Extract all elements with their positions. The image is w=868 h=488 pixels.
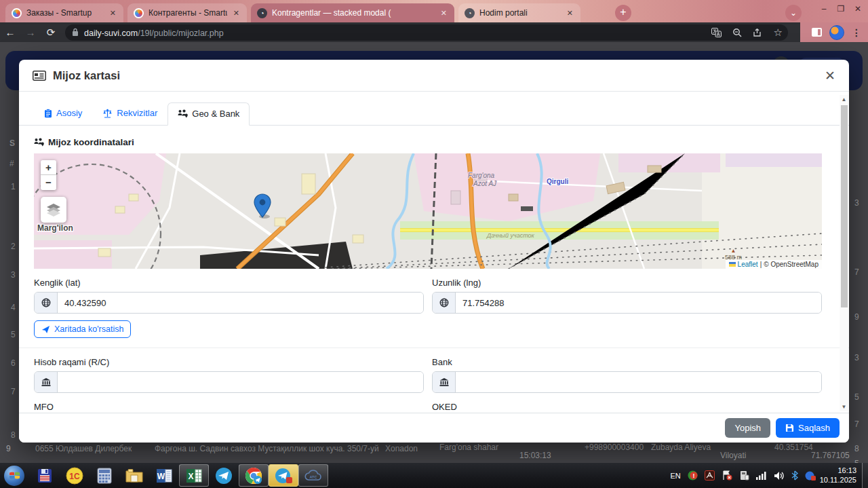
- map-label-station: Qirguli: [547, 178, 568, 185]
- tab-zakazy[interactable]: Заказы - Smartup ✕: [5, 3, 123, 22]
- lat-input[interactable]: [58, 293, 423, 313]
- map-layers-button[interactable]: [41, 197, 66, 223]
- row-number: 3: [11, 270, 16, 280]
- smartup-favicon: [12, 8, 22, 18]
- tab-hodim-portali[interactable]: ◔ Hodim portali ✕: [458, 3, 580, 22]
- taskbar-item-word[interactable]: W: [149, 464, 179, 487]
- url-host: daily-suvi.com: [84, 29, 138, 38]
- tab-close-icon[interactable]: ✕: [108, 9, 117, 18]
- tab-rekvizitlar[interactable]: Rekvizitlar: [92, 102, 167, 125]
- cloud-atc-icon: ATC: [304, 468, 323, 484]
- acrobat-icon[interactable]: [705, 470, 715, 481]
- bookmark-star-icon[interactable]: ☆: [774, 26, 783, 39]
- svg-text:X: X: [188, 472, 193, 481]
- tab-kontragenty[interactable]: Контрагенты - Smartup ✕: [127, 3, 247, 22]
- browser-menu-icon[interactable]: ⋮: [852, 27, 861, 38]
- window-close-button[interactable]: ✕: [849, 4, 867, 14]
- taskbar-item-excel[interactable]: X: [179, 464, 209, 487]
- layers-icon: [46, 203, 61, 217]
- taskbar-item-telegram[interactable]: [209, 464, 239, 487]
- tab-asosiy[interactable]: Asosiy: [34, 102, 92, 125]
- map-marker-people-icon: [34, 138, 44, 147]
- taskbar-item-calculator[interactable]: [90, 464, 119, 487]
- taskbar-item-atc-cloud[interactable]: ATC: [298, 464, 328, 487]
- smartup-favicon: [134, 8, 144, 18]
- tray-app-badge-icon[interactable]: [805, 470, 816, 481]
- screen: Заказы - Smartup ✕ Контрагенты - Smartup…: [0, 0, 868, 488]
- svg-text:1С: 1С: [69, 472, 80, 481]
- scroll-down-icon[interactable]: ▼: [840, 402, 848, 411]
- cell-fragment: 3: [854, 198, 859, 208]
- floppy-app-icon: [37, 468, 53, 484]
- profile-avatar[interactable]: [829, 25, 844, 40]
- language-indicator[interactable]: EN: [670, 472, 680, 480]
- show-desktop-button[interactable]: [862, 463, 868, 488]
- svg-text:ATC: ATC: [310, 475, 317, 479]
- taskbar-clock[interactable]: 16:13 10.11.2025: [820, 466, 856, 485]
- translate-icon[interactable]: [711, 28, 722, 37]
- telegram-icon: [215, 467, 233, 485]
- lng-input-group: [432, 292, 822, 314]
- forward-icon[interactable]: →: [20, 26, 41, 38]
- removable-device-icon[interactable]: [739, 470, 749, 481]
- start-button[interactable]: [4, 466, 24, 486]
- tab-kontragentlar-active[interactable]: ◔ Kontragentlar — stacked modal ( ✕: [251, 3, 454, 22]
- browser-toolbar: ← → ⟳ daily-suvi.com/19l/public/mijozlar…: [0, 22, 868, 42]
- osm-link[interactable]: © OpenStreetMap: [764, 261, 818, 268]
- bluetooth-icon[interactable]: [791, 470, 798, 481]
- lng-input[interactable]: [456, 293, 821, 313]
- action-center-flag-icon[interactable]: [722, 470, 732, 481]
- windows-logo-icon: [9, 470, 20, 481]
- cell-phone: +998900003400: [585, 443, 644, 452]
- close-button[interactable]: Yopish: [725, 418, 770, 438]
- windows-taskbar: 1С W: [0, 463, 868, 488]
- network-signal-icon[interactable]: [756, 471, 767, 480]
- reload-icon[interactable]: ⟳: [41, 26, 61, 39]
- taskbar-item-chrome[interactable]: [239, 464, 269, 487]
- account-label: Hisob raqami (R/C): [34, 357, 424, 367]
- back-icon[interactable]: ←: [0, 26, 20, 38]
- tab-close-icon[interactable]: ✕: [232, 9, 241, 18]
- leaflet-link[interactable]: Leaflet: [738, 261, 758, 268]
- modal-scrollbar[interactable]: ▲ ▼: [840, 95, 848, 411]
- tab-geo-bank[interactable]: Geo & Bank: [167, 102, 250, 126]
- cell-address: Фарғона ш. Садвин савхоз Мустақиллик шох…: [155, 444, 379, 453]
- cell-lng: 71.767105: [811, 451, 850, 460]
- taskbar-item-file-manager[interactable]: [119, 464, 149, 487]
- window-minimize-button[interactable]: –: [815, 4, 833, 14]
- taskbar-item-1c[interactable]: 1С: [60, 464, 90, 487]
- zoom-out-button[interactable]: −: [41, 175, 56, 190]
- taskbar-item-save-app[interactable]: [30, 464, 60, 487]
- save-button[interactable]: Saqlash: [776, 418, 840, 438]
- window-restore-button[interactable]: ❐: [832, 4, 850, 14]
- ukraine-flag-icon: [729, 262, 736, 267]
- id-card-icon: [33, 71, 46, 81]
- mijoz-kartasi-modal: Mijoz kartasi ✕ Asosiy Rekvizitlar: [19, 60, 849, 443]
- toolbar-right-area: ⋮: [800, 22, 868, 42]
- account-input[interactable]: [58, 372, 423, 392]
- scroll-up-icon[interactable]: ▲: [840, 95, 848, 104]
- zoom-in-button[interactable]: +: [41, 160, 56, 175]
- taskbar-item-telegram-notification[interactable]: [269, 464, 298, 487]
- tab-search-chevron-icon[interactable]: ⌄: [785, 5, 802, 21]
- side-panel-icon[interactable]: [812, 28, 822, 37]
- antivirus-icon[interactable]: !: [688, 470, 698, 481]
- chrome-icon: [245, 467, 262, 485]
- modal-close-icon[interactable]: ✕: [825, 69, 835, 82]
- leaflet-map[interactable]: Marg'ilon Farg'ona Azot AJ Qirguli Дачны…: [34, 153, 822, 269]
- balance-scale-icon: [102, 109, 113, 118]
- map-tiles: Marg'ilon Farg'ona Azot AJ Qirguli Дачны…: [34, 153, 822, 269]
- search-zoom-icon[interactable]: [732, 28, 742, 37]
- scrollbar-thumb[interactable]: [841, 105, 848, 307]
- new-tab-button[interactable]: +: [615, 5, 631, 21]
- tab-close-icon[interactable]: ✕: [439, 9, 448, 18]
- address-bar[interactable]: daily-suvi.com/19l/public/mijozlar.php: [65, 24, 788, 41]
- bank-input-group: [432, 371, 822, 393]
- volume-icon[interactable]: [774, 471, 785, 481]
- globe-icon: [35, 293, 58, 313]
- share-icon[interactable]: [753, 28, 763, 37]
- svg-text:!: !: [692, 472, 694, 479]
- show-on-map-button[interactable]: Xaritada ko'rsatish: [34, 320, 131, 338]
- bank-input[interactable]: [456, 372, 821, 392]
- tab-close-icon[interactable]: ✕: [566, 9, 574, 18]
